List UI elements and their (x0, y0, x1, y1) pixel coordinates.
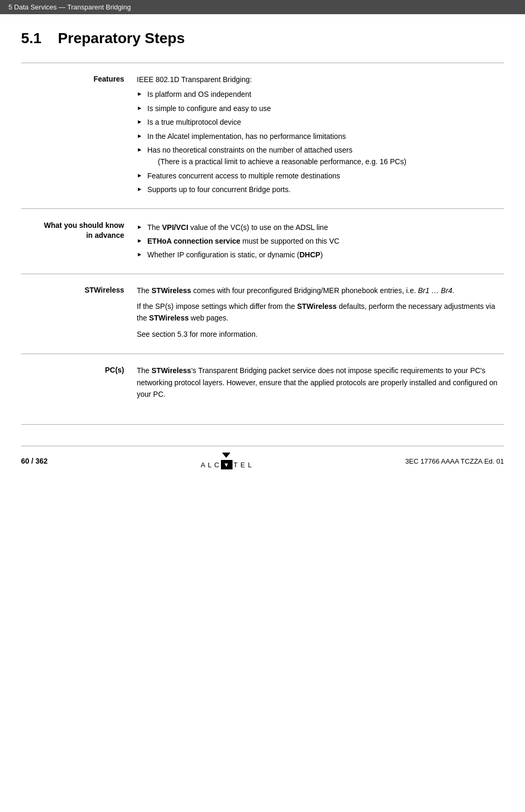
section-pcs: PC(s) The STWireless's Transparent Bridg… (21, 354, 504, 414)
section-features: Features IEEE 802.1D Transparent Bridgin… (21, 63, 504, 208)
bottom-divider (21, 424, 504, 425)
bullet-text: Is a true multiprotocol device (147, 116, 504, 128)
bullet-text: Features concurrent access to multiple r… (147, 170, 504, 182)
section-wysk: What you should know in advance ► The VP… (21, 208, 504, 274)
bullet-text: Supports up to four concurrent Bridge po… (147, 184, 504, 195)
bullet-note: (There is a practical limit to achieve a… (158, 157, 406, 166)
bold-ethoA: ETHoA connection service (147, 237, 240, 245)
header-text: 5 Data Services — Transparent Bridging (8, 3, 131, 11)
bullet-arrow-icon: ► (137, 104, 147, 113)
bullet-arrow-icon: ► (137, 117, 147, 127)
bullet-text: Is simple to configure and easy to use (147, 103, 504, 114)
footer-doc-number: 3EC 17766 AAAA TCZZA Ed. 01 (405, 457, 504, 465)
bold-vpi: VPI/VCI (162, 223, 188, 232)
bullet-arrow-icon: ► (137, 171, 147, 181)
features-intro: IEEE 802.1D Transparent Bridging: (137, 74, 504, 85)
wysk-bullet-list: ► The VPI/VCI value of the VC(s) to use … (137, 222, 504, 261)
stwireless-para-3: See section 5.3 for more information. (137, 328, 504, 340)
list-item: ► Has no theoretical constraints on the … (137, 144, 504, 168)
alcatel-logo: A L C ▼ T E L (200, 460, 252, 469)
footer-logo-area: A L C ▼ T E L (200, 453, 252, 469)
bullet-arrow-icon: ► (137, 236, 147, 246)
bold-dhcp: DHCP (299, 250, 320, 259)
bullet-text: The VPI/VCI value of the VC(s) to use on… (147, 222, 504, 233)
bullet-arrow-icon: ► (137, 250, 147, 259)
list-item: ► Supports up to four concurrent Bridge … (137, 184, 504, 195)
chapter-title: 5.1 Preparatory Steps (21, 30, 504, 47)
features-bullet-list: ► Is platform and OS independent ► Is si… (137, 88, 504, 195)
bullet-text: In the Alcatel implementation, has no pe… (147, 131, 504, 142)
bullet-text: Is platform and OS independent (147, 88, 504, 100)
list-item: ► Is platform and OS independent (137, 88, 504, 100)
pcs-para-1: The STWireless's Transparent Bridging pa… (137, 365, 504, 400)
page-content: 5.1 Preparatory Steps Features IEEE 802.… (0, 14, 525, 446)
list-item: ► Is simple to configure and easy to use (137, 103, 504, 114)
list-item: ► Is a true multiprotocol device (137, 116, 504, 128)
bullet-arrow-icon: ► (137, 132, 147, 141)
bullet-arrow-icon: ► (137, 223, 147, 232)
stwireless-para-1: The STWireless comes with four preconfig… (137, 285, 504, 296)
list-item: ► Features concurrent access to multiple… (137, 170, 504, 182)
list-item: ► Whether IP configuration is static, or… (137, 249, 504, 260)
footer-page-number: 60 / 362 (21, 457, 48, 465)
page-header: 5 Data Services — Transparent Bridging (0, 0, 525, 14)
section-label-features: Features (21, 74, 137, 83)
bullet-text: ETHoA connection service must be support… (147, 235, 504, 247)
bullet-text: Has no theoretical constraints on the nu… (147, 144, 504, 168)
section-stwireless: STWireless The STWireless comes with fou… (21, 274, 504, 354)
alcatel-box: ▼ (221, 460, 233, 469)
triangle-down-icon (222, 453, 230, 458)
bullet-arrow-icon: ► (137, 145, 147, 155)
bullet-arrow-icon: ► (137, 185, 147, 194)
section-body-wysk: ► The VPI/VCI value of the VC(s) to use … (137, 219, 504, 263)
section-label-wysk: What you should know in advance (21, 219, 137, 241)
section-body-pcs: The STWireless's Transparent Bridging pa… (137, 365, 504, 403)
section-body-features: IEEE 802.1D Transparent Bridging: ► Is p… (137, 74, 504, 198)
list-item: ► In the Alcatel implementation, has no … (137, 131, 504, 142)
bullet-text: Whether IP configuration is static, or d… (147, 249, 504, 260)
stwireless-para-2: If the SP(s) impose settings which diffe… (137, 300, 504, 324)
section-label-pcs: PC(s) (21, 365, 137, 374)
list-item: ► The VPI/VCI value of the VC(s) to use … (137, 222, 504, 233)
bullet-arrow-icon: ► (137, 89, 147, 99)
list-item: ► ETHoA connection service must be suppo… (137, 235, 504, 247)
section-label-stwireless: STWireless (21, 285, 137, 294)
page-footer: 60 / 362 A L C ▼ T E L 3EC 17766 AAAA TC… (21, 446, 504, 476)
section-body-stwireless: The STWireless comes with four preconfig… (137, 285, 504, 344)
